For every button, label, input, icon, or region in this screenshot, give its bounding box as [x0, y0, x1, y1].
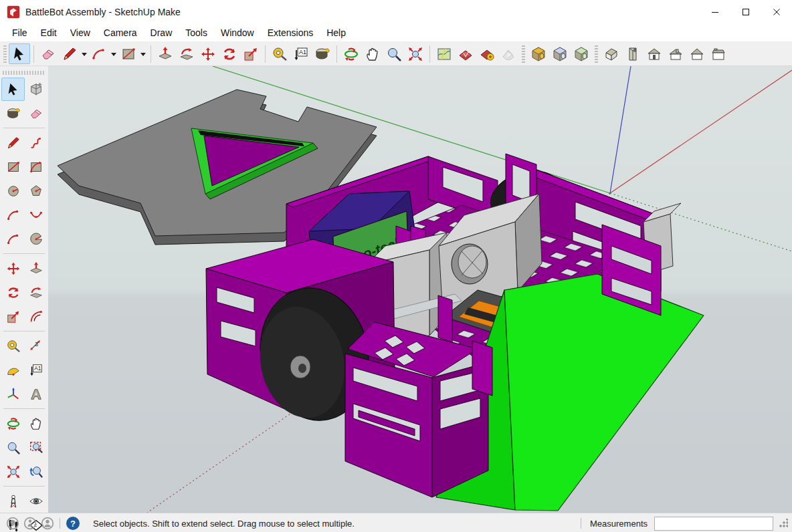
tool-push-pull[interactable] [24, 257, 47, 280]
tool-freehand[interactable] [24, 131, 47, 154]
orbit-icon [7, 418, 19, 430]
tool-make-component[interactable] [24, 78, 47, 101]
tool-previous[interactable] [24, 460, 47, 483]
tool-pan[interactable] [24, 412, 47, 435]
sketchup-logo-icon [7, 5, 20, 19]
credit-status-icon[interactable] [23, 517, 37, 530]
view-top-button[interactable] [622, 43, 644, 64]
palette-grip[interactable] [3, 71, 45, 75]
view-right-button[interactable] [665, 43, 686, 64]
tool-select[interactable] [1, 78, 25, 101]
gold-cube-icon [532, 47, 544, 61]
menu-file[interactable]: File [5, 25, 34, 40]
help-glyph: ? [70, 519, 76, 529]
zoom-button[interactable] [383, 43, 405, 64]
minimize-button[interactable] [700, 0, 730, 24]
model-viewport[interactable]: nano-tech [48, 66, 792, 513]
geolocation-status-icon[interactable] [6, 517, 19, 530]
arc-button[interactable] [88, 43, 110, 64]
arc-dropdown[interactable] [110, 44, 118, 63]
chevron-down-icon [140, 53, 146, 56]
tool-paint-bucket[interactable] [1, 102, 25, 125]
tool-line[interactable] [1, 131, 25, 154]
tool-rotated-rectangle[interactable] [24, 155, 47, 178]
menu-edit[interactable]: Edit [34, 25, 64, 40]
style-cube-green-button[interactable] [571, 43, 592, 64]
select-button[interactable] [9, 43, 30, 64]
pan-button[interactable] [362, 43, 383, 64]
tool-text[interactable] [24, 358, 47, 382]
rotate-button[interactable] [219, 43, 240, 64]
tool-look-around[interactable] [24, 489, 47, 513]
orbit-button[interactable] [340, 43, 362, 64]
rectangle-button[interactable] [118, 43, 139, 64]
tool-orbit[interactable] [1, 412, 25, 435]
tape-measure-button[interactable] [269, 43, 290, 64]
tool-rectangle[interactable] [1, 155, 25, 178]
menu-extensions[interactable]: Extensions [261, 25, 320, 40]
pencil-icon [8, 137, 19, 148]
tool-move[interactable] [1, 257, 25, 280]
tool-follow-me[interactable] [24, 281, 47, 304]
tool-rotate[interactable] [1, 281, 25, 304]
make-component-icon [31, 82, 41, 94]
toolbar-grip[interactable] [3, 45, 7, 63]
photo-textures-button[interactable] [476, 43, 498, 64]
scale-button[interactable] [240, 43, 262, 64]
tool-arc[interactable] [1, 203, 25, 227]
tool-axes[interactable] [1, 382, 25, 406]
close-button[interactable] [761, 0, 792, 24]
tool-zoom[interactable] [1, 436, 25, 459]
menu-window[interactable]: Window [214, 25, 261, 40]
follow-me-button[interactable] [176, 43, 197, 64]
menu-help[interactable]: Help [320, 25, 353, 40]
text-button[interactable] [290, 43, 312, 64]
tool-2-point-arc[interactable] [24, 203, 47, 227]
push-pull-button[interactable] [155, 43, 176, 64]
3d-text-icon [31, 389, 41, 399]
tool-tape-measure[interactable] [1, 334, 25, 358]
menu-tools[interactable]: Tools [179, 25, 214, 40]
menu-camera[interactable]: Camera [97, 25, 144, 40]
tool-dimension[interactable] [24, 334, 47, 358]
preview-google-earth-button[interactable] [498, 43, 519, 64]
move-icon [7, 262, 19, 274]
tool-polygon[interactable] [24, 179, 47, 203]
line-button[interactable] [59, 43, 80, 64]
tool-3-point-arc[interactable] [1, 227, 25, 251]
toggle-terrain-button[interactable] [455, 43, 476, 64]
help-button[interactable]: ? [66, 517, 80, 530]
tool-position-camera[interactable] [1, 489, 25, 513]
add-location-button[interactable] [433, 43, 455, 64]
measurements-label: Measurements [590, 519, 648, 529]
sign-in-status-icon[interactable] [41, 517, 54, 530]
view-left-button[interactable] [708, 43, 729, 64]
measurements-input[interactable] [654, 517, 773, 531]
view-back-button[interactable] [686, 43, 708, 64]
menu-bar: File Edit View Camera Draw Tools Window … [0, 24, 792, 42]
style-cube-gold-button[interactable] [528, 43, 549, 64]
zoom-extents-button[interactable] [405, 43, 426, 64]
tool-circle[interactable] [1, 179, 25, 203]
style-cube-blue-button[interactable] [549, 43, 571, 64]
tool-scale[interactable] [1, 305, 25, 328]
move-button[interactable] [197, 43, 219, 64]
view-front-button[interactable] [644, 43, 665, 64]
resize-grip[interactable] [779, 519, 788, 528]
eraser-button[interactable] [37, 43, 59, 64]
rectangle-dropdown[interactable] [139, 44, 147, 63]
tool-protractor[interactable] [1, 358, 25, 382]
tool-zoom-window[interactable] [24, 436, 47, 459]
tool-eraser[interactable] [24, 102, 47, 125]
tool-pie[interactable] [24, 227, 47, 251]
tool-zoom-extents[interactable] [1, 460, 25, 483]
paint-bucket-button[interactable] [312, 43, 333, 64]
rectangle-icon [123, 48, 135, 59]
view-iso-button[interactable] [601, 43, 622, 64]
line-dropdown[interactable] [80, 44, 88, 63]
menu-view[interactable]: View [64, 25, 97, 40]
tool-3d-text[interactable] [24, 382, 47, 406]
menu-draw[interactable]: Draw [144, 25, 179, 40]
tool-offset[interactable] [24, 305, 47, 328]
maximize-button[interactable] [730, 0, 761, 24]
